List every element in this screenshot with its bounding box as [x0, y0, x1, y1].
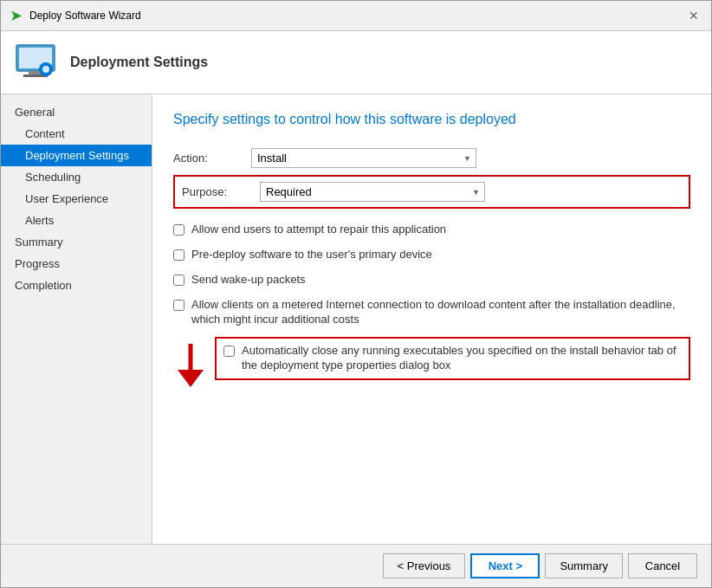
red-arrow — [173, 344, 208, 390]
checkbox-metered[interactable] — [173, 300, 184, 311]
highlighted-checkbox-autoclose: Automatically close any running executab… — [215, 337, 690, 380]
purpose-select[interactable]: Required Available — [260, 182, 485, 202]
next-button[interactable]: Next > — [470, 553, 540, 578]
close-button[interactable]: ✕ — [685, 7, 702, 24]
main-content: Specify settings to control how this sof… — [152, 94, 711, 544]
checkbox-predeploy[interactable] — [173, 249, 184, 261]
summary-button[interactable]: Summary — [545, 553, 623, 578]
cancel-button[interactable]: Cancel — [628, 553, 697, 578]
header-section: Deployment Settings — [1, 31, 711, 94]
action-row: Action: Install Uninstall — [173, 148, 690, 168]
sidebar: General Content Deployment Settings Sche… — [1, 94, 152, 544]
purpose-select-wrapper: Required Available — [260, 182, 485, 202]
sidebar-item-user-experience[interactable]: User Experience — [1, 188, 152, 210]
sidebar-item-progress[interactable]: Progress — [1, 253, 152, 275]
sidebar-item-alerts[interactable]: Alerts — [1, 210, 152, 231]
svg-rect-8 — [39, 68, 42, 71]
checkboxes-section: Allow end users to attempt to repair thi… — [173, 223, 690, 390]
sidebar-item-completion[interactable]: Completion — [1, 275, 152, 296]
checkbox-wakeup[interactable] — [173, 275, 184, 286]
checkbox-label-wakeup: Send wake-up packets — [191, 273, 306, 288]
arrow-highlighted-section: Automatically close any running executab… — [173, 337, 690, 390]
sidebar-item-scheduling[interactable]: Scheduling — [1, 166, 152, 188]
previous-button[interactable]: < Previous — [383, 553, 466, 578]
title-bar-text: Deploy Software Wizard — [29, 10, 141, 22]
wizard-icon: ➤ — [10, 6, 23, 25]
header-icon — [15, 42, 56, 83]
title-bar: ➤ Deploy Software Wizard ✕ — [1, 1, 711, 31]
checkbox-autoclose[interactable] — [223, 346, 235, 357]
checkbox-row-repair: Allow end users to attempt to repair thi… — [173, 223, 690, 237]
sidebar-item-deployment-settings[interactable]: Deployment Settings — [1, 145, 152, 166]
header-title: Deployment Settings — [70, 55, 208, 70]
svg-rect-6 — [45, 62, 48, 66]
checkbox-row-predeploy: Pre-deploy software to the user's primar… — [173, 248, 690, 262]
sidebar-item-summary[interactable]: Summary — [1, 231, 152, 253]
checkbox-row-wakeup: Send wake-up packets — [173, 273, 690, 288]
svg-marker-11 — [178, 370, 204, 387]
svg-rect-9 — [49, 68, 53, 71]
footer: < Previous Next > Summary Cancel — [1, 544, 711, 587]
title-bar-left: ➤ Deploy Software Wizard — [10, 6, 141, 25]
checkbox-label-metered: Allow clients on a metered Internet conn… — [191, 298, 690, 327]
svg-point-5 — [42, 66, 49, 73]
sidebar-item-general[interactable]: General — [1, 101, 152, 123]
sidebar-item-content[interactable]: Content — [1, 123, 152, 145]
checkbox-label-predeploy: Pre-deploy software to the user's primar… — [191, 248, 432, 262]
dialog-body: General Content Deployment Settings Sche… — [1, 94, 711, 544]
checkbox-repair[interactable] — [173, 224, 184, 236]
main-heading: Specify settings to control how this sof… — [173, 112, 690, 127]
checkbox-label-autoclose: Automatically close any running executab… — [242, 344, 682, 373]
svg-rect-7 — [45, 73, 48, 76]
checkbox-row-metered: Allow clients on a metered Internet conn… — [173, 298, 690, 327]
dialog-window: ➤ Deploy Software Wizard ✕ Deployment Se… — [0, 0, 712, 588]
action-select-wrapper: Install Uninstall — [251, 148, 476, 168]
purpose-label: Purpose: — [182, 185, 260, 198]
action-select[interactable]: Install Uninstall — [251, 148, 476, 168]
action-label: Action: — [173, 152, 251, 165]
checkbox-label-repair: Allow end users to attempt to repair thi… — [191, 223, 446, 237]
purpose-row: Purpose: Required Available — [173, 175, 690, 209]
